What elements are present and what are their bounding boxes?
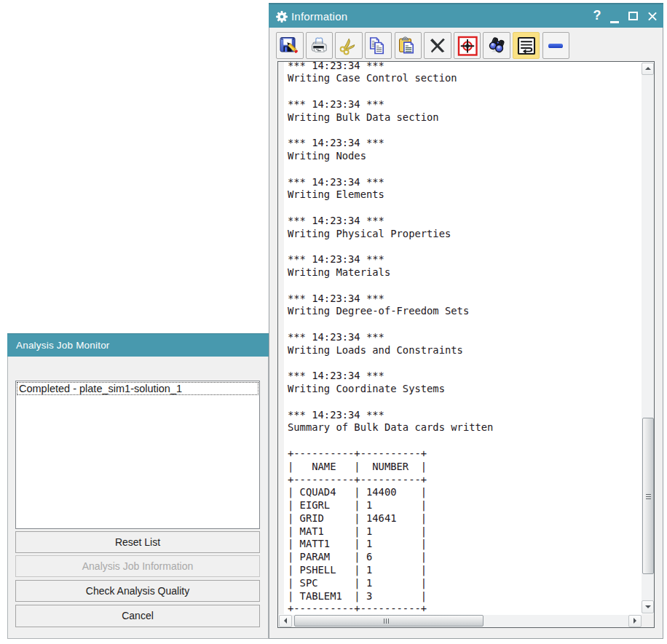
- scrollbar-corner: [642, 614, 654, 627]
- delete-button[interactable]: [424, 32, 451, 59]
- up-arrow-icon: [645, 67, 651, 70]
- vertical-scroll-thumb[interactable]: [642, 418, 654, 574]
- scroll-right-button[interactable]: [628, 615, 642, 628]
- cut-button[interactable]: [335, 32, 362, 59]
- cut-icon: [339, 36, 359, 56]
- delete-icon: [427, 36, 448, 56]
- collapse-button[interactable]: [542, 32, 569, 59]
- collapse-icon: [545, 36, 566, 56]
- copy-icon: [368, 36, 389, 56]
- analysis-job-information-button[interactable]: Analysis Job Information: [15, 555, 260, 577]
- find-icon: [486, 36, 507, 56]
- cancel-button[interactable]: Cancel: [15, 605, 260, 627]
- minimize-bar: [610, 21, 619, 23]
- gear-icon: [275, 10, 288, 23]
- print-button[interactable]: [306, 32, 333, 59]
- down-arrow-icon: [645, 605, 651, 608]
- copy-button[interactable]: [365, 32, 392, 59]
- analysis-job-monitor-dialog: Analysis Job Monitor Completed - plate_s…: [7, 333, 269, 639]
- log-textarea[interactable]: *** 14:23:34 *** Writing Case Control se…: [277, 61, 655, 629]
- info-toolbar: [276, 32, 569, 60]
- job-list-item[interactable]: Completed - plate_sim1-solution_1: [17, 382, 258, 395]
- ajm-title: Analysis Job Monitor: [16, 334, 110, 357]
- word-wrap-icon: [516, 36, 537, 56]
- reset-list-button[interactable]: Reset List: [15, 531, 260, 553]
- job-list[interactable]: Completed - plate_sim1-solution_1: [15, 381, 260, 529]
- ajm-titlebar[interactable]: Analysis Job Monitor: [7, 333, 269, 357]
- desktop: Analysis Job Monitor Completed - plate_s…: [0, 0, 667, 644]
- scroll-left-button[interactable]: [279, 615, 292, 628]
- close-icon[interactable]: [647, 12, 658, 21]
- horizontal-scroll-thumb[interactable]: [294, 615, 484, 627]
- find-button[interactable]: [483, 32, 510, 59]
- log-text: *** 14:23:34 *** Writing Case Control se…: [288, 62, 493, 615]
- scroll-up-button[interactable]: [642, 63, 654, 76]
- information-window: Information ?: [269, 3, 663, 639]
- left-arrow-icon: [284, 618, 287, 624]
- save-button[interactable]: [276, 32, 303, 59]
- paste-icon: [398, 36, 418, 56]
- word-wrap-button[interactable]: [513, 32, 540, 59]
- horizontal-scrollbar[interactable]: [279, 615, 642, 628]
- target-button[interactable]: [454, 32, 481, 59]
- log-clip: *** 14:23:34 *** Writing Case Control se…: [278, 62, 641, 615]
- scroll-down-button[interactable]: [642, 600, 654, 613]
- thumb-grip: [384, 619, 389, 624]
- save-icon: [279, 35, 300, 56]
- target-icon: [457, 36, 478, 56]
- vertical-scrollbar[interactable]: [642, 63, 654, 613]
- right-arrow-icon: [634, 618, 636, 624]
- paste-button[interactable]: [395, 32, 422, 59]
- thumb-grip: [646, 494, 651, 499]
- maximize-icon[interactable]: [628, 4, 639, 29]
- info-titlebar[interactable]: Information ?: [269, 3, 663, 28]
- info-title: Information: [291, 4, 347, 28]
- help-icon[interactable]: ?: [591, 4, 603, 29]
- print-icon: [309, 36, 330, 56]
- check-analysis-quality-button[interactable]: Check Analysis Quality: [15, 580, 260, 602]
- minimize-icon[interactable]: [609, 4, 620, 29]
- maximize-box: [628, 12, 638, 20]
